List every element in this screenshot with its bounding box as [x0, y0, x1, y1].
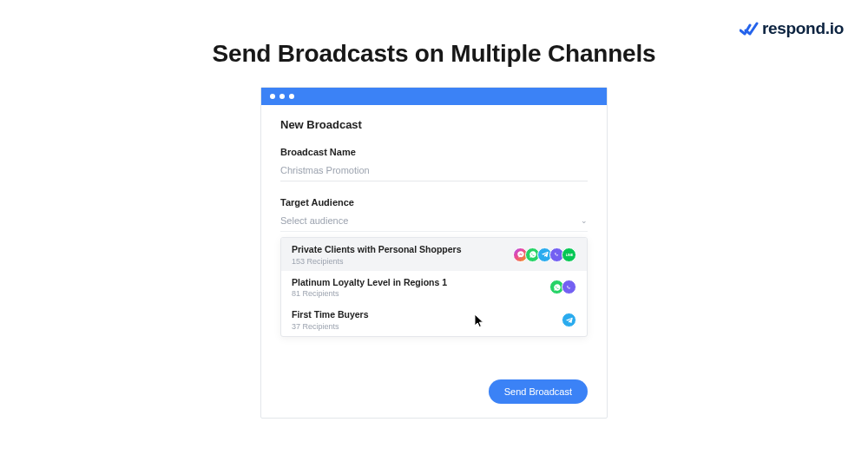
window-control-dot — [289, 94, 294, 99]
broadcast-name-input[interactable] — [280, 162, 588, 181]
svg-text:LINE: LINE — [565, 254, 573, 257]
audience-option-subtitle: 37 Recipients — [292, 322, 369, 331]
line-icon: LINE — [562, 247, 576, 262]
target-audience-label: Target Audience — [280, 197, 588, 208]
audience-option-title: First Time Buyers — [292, 309, 369, 321]
target-audience-select[interactable]: Select audience ⌄ — [280, 212, 588, 232]
brand-name: respond.io — [762, 19, 844, 38]
broadcast-window: New Broadcast Broadcast Name Target Audi… — [260, 87, 608, 419]
modal-title: New Broadcast — [280, 118, 588, 131]
channel-chip-group — [549, 280, 576, 294]
channel-chip-group — [562, 313, 576, 327]
audience-option-subtitle: 81 Recipients — [292, 289, 447, 298]
audience-option[interactable]: Platinum Loyalty Level in Regions 181 Re… — [281, 271, 587, 304]
window-control-dot — [270, 94, 275, 99]
channel-chip-group: LINE — [513, 247, 576, 262]
broadcast-name-label: Broadcast Name — [280, 147, 588, 157]
audience-dropdown: Private Clients with Personal Shoppers15… — [280, 237, 588, 337]
target-audience-placeholder: Select audience — [280, 215, 348, 226]
window-control-dot — [279, 94, 285, 99]
send-broadcast-button[interactable]: Send Broadcast — [489, 379, 588, 404]
chevron-down-icon: ⌄ — [581, 216, 588, 225]
brand-logo: respond.io — [740, 19, 844, 38]
audience-option-subtitle: 153 Recipients — [292, 257, 461, 266]
audience-option[interactable]: First Time Buyers37 Recipients — [281, 303, 587, 336]
window-titlebar — [261, 88, 607, 105]
audience-option[interactable]: Private Clients with Personal Shoppers15… — [281, 238, 587, 271]
audience-option-title: Platinum Loyalty Level in Regions 1 — [292, 277, 447, 289]
brand-mark-icon — [740, 22, 759, 36]
audience-option-title: Private Clients with Personal Shoppers — [292, 244, 461, 256]
page-title: Send Broadcasts on Multiple Channels — [0, 40, 868, 68]
telegram-icon — [562, 313, 576, 327]
viber-icon — [562, 280, 576, 294]
